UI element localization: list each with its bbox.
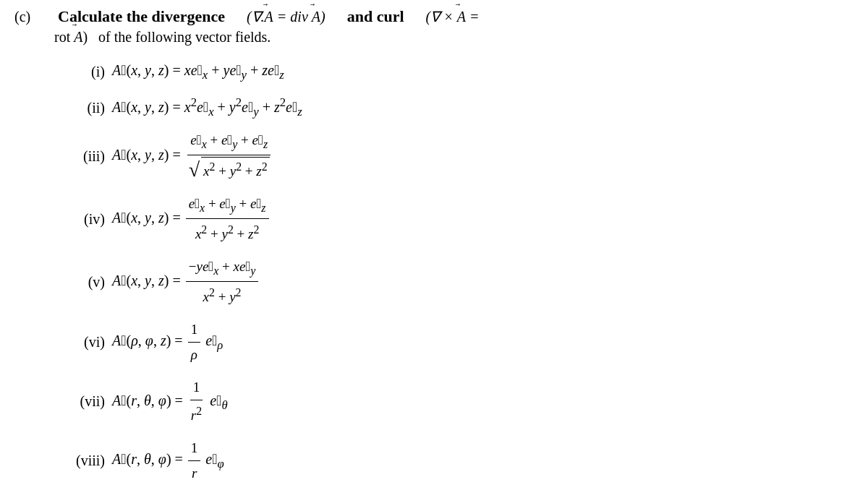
problem-iv: (iv) A⃗(x, y, z) = e⃗x + e⃗y + e⃗z x2 + …: [58, 193, 854, 246]
part-label: (c): [14, 9, 36, 25]
problem-viii-eq: A⃗(r, θ, φ) = 1 r e⃗φ: [112, 437, 224, 485]
problem-iii: (iii) A⃗(x, y, z) = e⃗x + e⃗y + e⃗z √ x2…: [58, 129, 854, 183]
problem-vi: (vi) A⃗(ρ, φ, z) = 1 ρ e⃗ρ: [58, 319, 854, 366]
problem-ii-eq: A⃗(x, y, z) = x2e⃗x + y2e⃗y + z2e⃗z: [112, 93, 302, 121]
and-curl-label: and curl: [347, 7, 404, 26]
problems-container: (i) A⃗(x, y, z) = xe⃗x + ye⃗y + ze⃗z (ii…: [58, 57, 854, 485]
problem-vi-eq: A⃗(ρ, φ, z) = 1 ρ e⃗ρ: [112, 319, 223, 366]
problem-vii: (vii) A⃗(r, θ, φ) = 1 r2 e⃗θ: [58, 377, 854, 427]
problem-i-label: (i): [58, 64, 105, 80]
problem-vi-label: (vi): [58, 334, 105, 351]
problem-iv-label: (iv): [58, 211, 105, 228]
problem-iv-eq: A⃗(x, y, z) = e⃗x + e⃗y + e⃗z x2 + y2 + …: [112, 193, 271, 246]
problem-v-eq: A⃗(x, y, z) = −ye⃗x + xe⃗y x2 + y2: [112, 256, 260, 309]
problem-vii-eq: A⃗(r, θ, φ) = 1 r2 e⃗θ: [112, 377, 228, 427]
problem-ii-label: (ii): [58, 100, 105, 116]
header-title: Calculate the divergence: [58, 7, 225, 26]
problem-ii: (ii) A⃗(x, y, z) = x2e⃗x + y2e⃗y + z2e⃗z: [58, 93, 854, 122]
div-notation: (∇.A⃗ = div A⃗): [247, 8, 326, 25]
page-container: (c) Calculate the divergence (∇.A⃗ = div…: [0, 0, 868, 498]
problem-v: (v) A⃗(x, y, z) = −ye⃗x + xe⃗y x2 + y2: [58, 256, 854, 309]
problem-i-eq: A⃗(x, y, z) = xe⃗x + ye⃗y + ze⃗z: [112, 59, 284, 85]
problem-viii-label: (viii): [58, 452, 105, 469]
header-line-2: rot A⃗) of the following vector fields.: [54, 29, 854, 46]
problem-iii-label: (iii): [58, 148, 105, 165]
problem-i: (i) A⃗(x, y, z) = xe⃗x + ye⃗y + ze⃗z: [58, 57, 854, 86]
header-line-1: (c) Calculate the divergence (∇.A⃗ = div…: [14, 7, 854, 26]
problem-iii-eq: A⃗(x, y, z) = e⃗x + e⃗y + e⃗z √ x2 + y2 …: [112, 129, 274, 183]
problem-vii-label: (vii): [58, 393, 105, 410]
problem-v-label: (v): [58, 274, 105, 291]
problem-viii: (viii) A⃗(r, θ, φ) = 1 r e⃗φ: [58, 437, 854, 485]
curl-notation: (∇ × A⃗ =: [426, 8, 480, 25]
